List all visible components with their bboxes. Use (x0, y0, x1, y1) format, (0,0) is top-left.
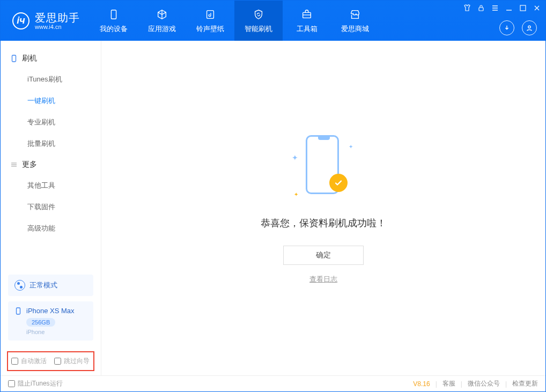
sparkle-icon: ✦ (349, 144, 353, 150)
tab-apps[interactable]: 应用游戏 (138, 1, 186, 41)
device-box[interactable]: iPhone XS Max 256GB iPhone (8, 301, 93, 341)
version-label: V8.16 (413, 380, 430, 388)
status-box[interactable]: 正常模式 (8, 275, 93, 296)
svg-rect-6 (12, 55, 16, 62)
cube-icon (155, 8, 169, 21)
toolbox-icon (300, 8, 314, 21)
tab-store[interactable]: 爱思商城 (331, 1, 379, 41)
maximize-icon[interactable] (519, 4, 527, 12)
nav-item-itunes-flash[interactable]: iTunes刷机 (1, 69, 101, 90)
minimize-icon[interactable] (505, 4, 513, 12)
nav-item-oneclick-flash[interactable]: 一键刷机 (1, 90, 101, 112)
download-button[interactable] (499, 20, 514, 35)
svg-rect-4 (520, 5, 526, 11)
nav-item-advanced[interactable]: 高级功能 (1, 218, 101, 239)
checkbox-skip-guide[interactable]: 跳过向导 (54, 357, 90, 366)
header: iч 爱思助手 www.i4.cn 我的设备 应用游戏 铃声壁纸 智能刷机 (1, 1, 545, 41)
shield-refresh-icon (252, 8, 265, 21)
mode-label: 正常模式 (29, 280, 57, 290)
footer-right: V8.16 | 客服 | 微信公众号 | 检查更新 (413, 379, 538, 388)
device-phone-icon (14, 307, 22, 315)
main-content: ✦ ✦ ✦ 恭喜您，保资料刷机成功啦！ 确定 查看日志 (101, 41, 545, 375)
check-circle-icon (329, 174, 348, 192)
success-illustration: ✦ ✦ ✦ (289, 132, 358, 202)
nav-item-download-firmware[interactable]: 下载固件 (1, 196, 101, 218)
mode-icon (14, 280, 25, 291)
logo-icon: iч (12, 12, 29, 29)
nav-group-flash: 刷机 (1, 48, 101, 69)
svg-point-5 (528, 26, 530, 28)
app-url: www.i4.cn (35, 24, 80, 30)
sidebar: 刷机 iTunes刷机 一键刷机 专业刷机 批量刷机 更多 其他工具 下载固件 … (1, 41, 101, 375)
device-name: iPhone XS Max (26, 307, 75, 315)
device-capacity: 256GB (26, 318, 55, 327)
header-tabs: 我的设备 应用游戏 铃声壁纸 智能刷机 工具箱 爱思商城 (90, 1, 379, 41)
wechat-link[interactable]: 微信公众号 (468, 379, 500, 388)
body: 刷机 iTunes刷机 一键刷机 专业刷机 批量刷机 更多 其他工具 下载固件 … (1, 41, 545, 375)
tab-toolbox[interactable]: 工具箱 (283, 1, 331, 41)
menu-icon[interactable] (491, 4, 499, 12)
tab-label: 铃声壁纸 (196, 24, 224, 34)
user-button[interactable] (522, 20, 537, 35)
checkbox-auto-activate[interactable]: 自动激活 (11, 357, 47, 366)
svg-rect-1 (207, 11, 214, 19)
list-icon (10, 161, 18, 168)
check-update-link[interactable]: 检查更新 (512, 379, 538, 388)
nav-item-pro-flash[interactable]: 专业刷机 (1, 112, 101, 133)
tab-label: 我的设备 (100, 24, 128, 34)
app-name: 爱思助手 (35, 12, 80, 24)
shirt-icon[interactable] (463, 4, 471, 12)
svg-rect-0 (111, 10, 116, 19)
options-highlight-box: 自动激活 跳过向导 (7, 351, 94, 371)
nav-item-other-tools[interactable]: 其他工具 (1, 175, 101, 196)
close-icon[interactable] (533, 4, 541, 12)
success-message: 恭喜您，保资料刷机成功啦！ (261, 217, 386, 230)
view-log-link[interactable]: 查看日志 (309, 275, 337, 284)
logo-area: iч 爱思助手 www.i4.cn (1, 12, 90, 30)
device-type: iPhone (26, 329, 87, 335)
header-right-buttons (499, 20, 537, 35)
tab-label: 智能刷机 (245, 24, 272, 34)
ok-button[interactable]: 确定 (283, 246, 364, 265)
phone-small-icon (10, 55, 18, 62)
window-controls (463, 4, 541, 12)
sparkle-icon: ✦ (292, 153, 298, 162)
nav: 刷机 iTunes刷机 一键刷机 专业刷机 批量刷机 更多 其他工具 下载固件 … (1, 41, 101, 269)
lock-icon[interactable] (477, 4, 485, 12)
status-block: 正常模式 iPhone XS Max 256GB iPhone (1, 269, 101, 351)
tab-label: 爱思商城 (341, 24, 369, 34)
tab-ringtones[interactable]: 铃声壁纸 (186, 1, 234, 41)
store-icon (348, 8, 362, 21)
phone-icon (107, 8, 121, 21)
checkbox-block-itunes[interactable]: 阻止iTunes运行 (8, 379, 63, 388)
nav-item-batch-flash[interactable]: 批量刷机 (1, 133, 101, 154)
app-window: iч 爱思助手 www.i4.cn 我的设备 应用游戏 铃声壁纸 智能刷机 (0, 0, 546, 392)
footer: 阻止iTunes运行 V8.16 | 客服 | 微信公众号 | 检查更新 (1, 375, 545, 391)
tab-label: 工具箱 (297, 24, 318, 34)
music-note-icon (203, 8, 217, 21)
svg-rect-3 (479, 8, 483, 11)
svg-rect-7 (17, 308, 20, 314)
sparkle-icon: ✦ (294, 191, 298, 197)
nav-group-more: 更多 (1, 154, 101, 175)
support-link[interactable]: 客服 (442, 379, 455, 388)
tab-flash[interactable]: 智能刷机 (234, 1, 283, 41)
tab-label: 应用游戏 (148, 24, 176, 34)
tab-my-device[interactable]: 我的设备 (90, 1, 138, 41)
